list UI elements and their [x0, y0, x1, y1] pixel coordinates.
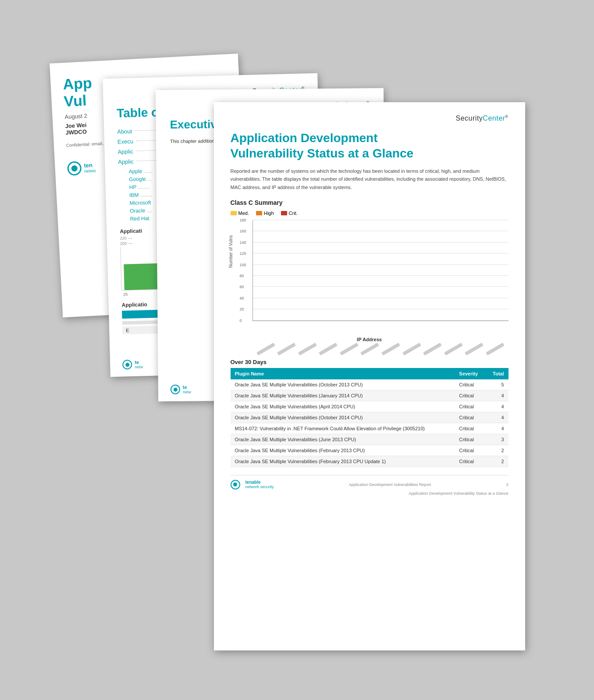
y-axis-label: Number of Vulns [228, 235, 233, 268]
sc-header-main: SecurityCenter® [231, 114, 509, 122]
x-axis-label: IP Address [357, 337, 382, 342]
legend-high: High [256, 211, 274, 216]
y-tick: 80 [240, 274, 244, 278]
chart-legend: Med. High Crit. [231, 211, 509, 216]
table-row: Oracle Java SE Multiple Vulnerabilities … [231, 434, 509, 445]
legend-med-label: Med. [238, 211, 249, 216]
cell-severity: Critical [455, 434, 486, 445]
tenable-circle-inner-toc [125, 363, 129, 367]
page-footer: tenable network security Application Dev… [231, 475, 509, 489]
cell-severity: Critical [455, 445, 486, 456]
table-row: Oracle Java SE Multiple Vulnerabilities … [231, 390, 509, 401]
cell-plugin: Oracle Java SE Multiple Vulnerabilities … [231, 401, 455, 412]
footer-page-number: 3 [506, 482, 508, 487]
cell-total: 3 [486, 434, 508, 445]
footer-tenable-sub: network security [245, 485, 274, 489]
y-tick: 160 [240, 229, 246, 233]
table-row: Oracle Java SE Multiple Vulnerabilities … [231, 445, 509, 456]
cell-plugin: Oracle Java SE Multiple Vulnerabilities … [231, 434, 455, 445]
tenable-logo-toc: te netw [122, 359, 143, 369]
legend-med: Med. [231, 211, 249, 216]
footer-report-name: Application Development Vulnerabilities … [349, 482, 431, 487]
cell-severity: Critical [455, 423, 486, 434]
tenable-circle-inner-exec [173, 387, 177, 391]
tenable-footer-circle [231, 480, 240, 489]
vuln-table: Plugin Name Severity Total Oracle Java S… [231, 368, 509, 467]
legend-crit: Crit. [281, 211, 298, 216]
cell-plugin: Oracle Java SE Multiple Vulnerabilities … [231, 456, 455, 467]
cell-plugin: Oracle Java SE Multiple Vulnerabilities … [231, 390, 455, 401]
y-tick: 0 [240, 318, 242, 323]
page-main: SecurityCenter® Application Development … [214, 102, 525, 650]
cell-total: 4 [486, 401, 508, 412]
table-row: Oracle Java SE Multiple Vulnerabilities … [231, 456, 509, 467]
legend-high-swatch [256, 211, 262, 215]
y-tick: 20 [240, 307, 244, 311]
y-tick: 60 [240, 285, 244, 289]
main-section-title: Application Development Vulnerability St… [231, 130, 509, 161]
tenable-footer-circle-inner [233, 482, 237, 486]
cell-total: 4 [486, 390, 508, 401]
tenable-brand-toc: te [134, 359, 142, 364]
cell-total: 4 [486, 412, 508, 423]
cell-total: 5 [486, 379, 508, 390]
tenable-logo-exec: te netw [170, 385, 191, 394]
footer-logo: tenable network security [231, 480, 274, 489]
tenable-circle-exec-icon [170, 385, 180, 394]
bars-area [253, 220, 509, 321]
cell-severity: Critical [455, 379, 486, 390]
cell-total: 4 [486, 423, 508, 434]
cell-severity: Critical [455, 412, 486, 423]
cell-plugin: Oracle Java SE Multiple Vulnerabilities … [231, 379, 455, 390]
legend-crit-label: Crit. [289, 211, 298, 216]
main-description: Reported are the number of systems on wh… [231, 167, 509, 191]
cell-severity: Critical [455, 390, 486, 401]
footer-caption: Application Development Vulnerability St… [231, 491, 509, 496]
table-row: MS14-072: Vulnerability in .NET Framewor… [231, 423, 509, 434]
cell-severity: Critical [455, 456, 486, 467]
x-axis-labels [231, 346, 509, 351]
footer-tenable-name: tenable [245, 480, 274, 485]
cell-plugin: MS14-072: Vulnerability in .NET Framewor… [231, 423, 455, 434]
tenable-circle-inner-icon [71, 165, 78, 172]
tenable-brand: ten [84, 162, 96, 169]
table-header-row: Plugin Name Severity Total [231, 368, 509, 379]
legend-med-swatch [231, 211, 237, 215]
cell-total: 2 [486, 445, 508, 456]
cell-total: 2 [486, 456, 508, 467]
cell-plugin: Oracle Java SE Multiple Vulnerabilities … [231, 412, 455, 423]
col-plugin-name: Plugin Name [231, 368, 455, 379]
col-severity: Severity [455, 368, 486, 379]
table-row: Oracle Java SE Multiple Vulnerabilities … [231, 412, 509, 423]
table-row: Oracle Java SE Multiple Vulnerabilities … [231, 379, 509, 390]
tenable-sub-exec: netw [182, 390, 191, 394]
cell-severity: Critical [455, 401, 486, 412]
tenable-circle-toc-icon [122, 360, 132, 370]
col-total: Total [486, 368, 508, 379]
table-row: Oracle Java SE Multiple Vulnerabilities … [231, 401, 509, 412]
y-tick: 180 [240, 218, 246, 222]
cell-plugin: Oracle Java SE Multiple Vulnerabilities … [231, 445, 455, 456]
legend-crit-swatch [281, 211, 287, 215]
tenable-sub-toc: netw [135, 364, 143, 369]
chart-title: Class C Summary [231, 199, 509, 206]
legend-high-label: High [264, 211, 274, 216]
y-tick: 40 [240, 296, 244, 300]
tenable-brand-exec: te [182, 385, 191, 390]
y-tick: 120 [240, 251, 246, 256]
tenable-sub: netwo [84, 168, 96, 174]
pages-stack: App Vul August 2 Joe Wei JWDCO Confident… [56, 32, 538, 668]
y-tick: 140 [240, 240, 246, 245]
y-tick: 100 [240, 263, 246, 267]
bar-chart: Number of Vulns 020406080100120140160180… [231, 220, 509, 343]
over30-title: Over 30 Days [231, 359, 509, 365]
tenable-circle-icon [67, 161, 82, 176]
bar-chart-inner: 020406080100120140160180 [253, 220, 509, 321]
